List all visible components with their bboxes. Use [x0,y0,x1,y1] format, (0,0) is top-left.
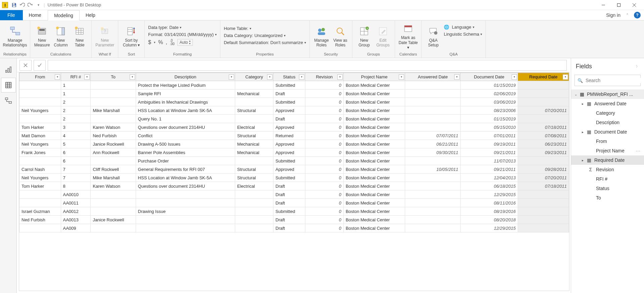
cell[interactable] [19,115,61,123]
cell[interactable]: 08/19/2016 [461,207,518,216]
column-filter-icon[interactable]: ▾ [267,74,272,80]
column-header[interactable]: Document Date▾ [461,73,518,81]
cell[interactable] [518,81,569,89]
column-header[interactable]: Category▾ [235,73,273,81]
qat-dropdown-icon[interactable]: ▾ [35,1,42,9]
cell[interactable]: AA0010 [61,190,91,199]
sign-in-link[interactable]: Sign in [606,12,620,18]
cell[interactable] [405,182,461,190]
cell[interactable]: 8 [61,182,91,190]
cell[interactable]: 5 [61,140,91,148]
cell[interactable] [19,98,61,106]
cell[interactable]: AA009 [61,224,91,232]
cell[interactable]: 09/21/2011 [461,148,518,157]
field-item[interactable]: ΣRevision [571,165,644,174]
cell[interactable]: 0 [305,207,343,216]
cell[interactable] [405,98,461,106]
cell[interactable] [235,199,273,207]
cell[interactable] [405,224,461,232]
cell[interactable]: Boston Medical Center [343,199,405,207]
cell[interactable]: Submitted [273,207,305,216]
table-row[interactable]: Carrol Nash7Cliff RockwellGeneral Requir… [19,165,569,174]
cell[interactable]: 01/15/2019 [461,115,518,123]
cell[interactable]: Israel Guzman [19,207,61,216]
table-row[interactable]: 2Query No. 1Draft0Boston Medical Center0… [19,115,569,123]
cell[interactable]: Boston Medical Center [343,140,405,148]
cell[interactable] [405,216,461,224]
cell[interactable]: Approved [273,106,305,115]
cell[interactable] [405,157,461,165]
redo-icon[interactable] [27,1,34,9]
cell[interactable]: Structural [235,174,273,182]
tab-modeling[interactable]: Modeling [48,10,80,21]
table-row[interactable]: Ned FurbishAA0013Janice RockwellDraft0Bo… [19,216,569,224]
cell[interactable]: 7 [61,165,91,174]
cell[interactable]: 2 [61,115,91,123]
cell[interactable] [91,199,136,207]
cell[interactable]: Mike Marshall [91,174,136,182]
percent-button[interactable]: % [158,39,163,45]
cell[interactable]: Structural [235,132,273,140]
new-group-button[interactable]: +New Group [356,23,373,50]
cell[interactable]: HSS Location at Window Jamb SK-5A [136,106,235,115]
column-header[interactable]: Revision▾ [305,73,343,81]
new-table-button[interactable]: New Table [71,23,88,50]
cell[interactable] [19,224,61,232]
cell[interactable]: Boston Medical Center [343,132,405,140]
cell[interactable]: 3 [61,123,91,132]
formula-input[interactable] [48,60,567,71]
cell[interactable] [136,224,235,232]
cell[interactable] [91,157,136,165]
cell[interactable] [91,115,136,123]
table-row[interactable]: 1Sample RFIMechanicalDraft0Boston Medica… [19,89,569,98]
column-filter-icon[interactable]: ▾ [299,74,304,80]
cell[interactable]: 06/23/2011 [518,140,569,148]
cell[interactable] [405,207,461,216]
cell[interactable]: Returned [273,132,305,140]
cell[interactable]: Matt Damon [19,132,61,140]
cell[interactable] [136,216,235,224]
cell[interactable]: Ambiguities in Mechanical Drawings [136,98,235,106]
cell[interactable] [405,89,461,98]
field-item[interactable]: RFI # [571,174,644,184]
cell[interactable]: AA0011 [61,199,91,207]
cell[interactable]: Tom Harker [19,182,61,190]
cell[interactable]: 0 [305,174,343,182]
cell[interactable]: Mechanical [235,89,273,98]
cell[interactable]: 2 [61,106,91,115]
field-item[interactable]: Description [571,118,644,127]
cell[interactable]: Submitted [273,157,305,165]
cell[interactable] [518,216,569,224]
new-parameter-button[interactable]: ?New Parameter [95,23,115,50]
cell[interactable]: Approved [273,140,305,148]
cell[interactable]: Mechanical [235,148,273,157]
cell[interactable]: AA0013 [61,216,91,224]
cell[interactable]: 07/20/2011 [518,174,569,182]
cell[interactable] [235,207,273,216]
cell[interactable]: Draft [273,190,305,199]
column-filter-icon[interactable]: ▾ [454,74,460,80]
cell[interactable] [518,207,569,216]
mark-as-date-table-button[interactable]: Mark as Date Table ▾ [398,23,418,50]
cell[interactable]: 0 [305,157,343,165]
column-header[interactable]: Description▾ [136,73,235,81]
cell[interactable] [405,123,461,132]
cell[interactable]: Janice Rockwell [91,216,136,224]
cell[interactable]: Carrol Nash [19,165,61,174]
cell[interactable]: Questions over document 2314HU [136,182,235,190]
linguistic-schema-dropdown[interactable]: Linguistic Schema [444,32,482,37]
data-category-dropdown[interactable]: Data Category: Uncategorized [224,33,286,38]
cell[interactable]: Banner Pole Assemblies [136,148,235,157]
cell[interactable]: Boston Medical Center [343,165,405,174]
report-view-button[interactable] [1,62,16,77]
cell[interactable] [235,157,273,165]
cell[interactable]: 0 [305,224,343,232]
table-row[interactable]: Tom Harker8Karen WatsonQuestions over do… [19,182,569,190]
table-row[interactable]: AA009Draft0Boston Medical Center12/29/20… [19,224,569,232]
cell[interactable]: Mechanical [235,140,273,148]
currency-button[interactable]: $ [148,39,151,45]
cell[interactable]: 09/19/2011 [461,140,518,148]
cell[interactable] [235,224,273,232]
cell[interactable]: Approved [273,148,305,157]
cell[interactable]: Draft [273,182,305,190]
